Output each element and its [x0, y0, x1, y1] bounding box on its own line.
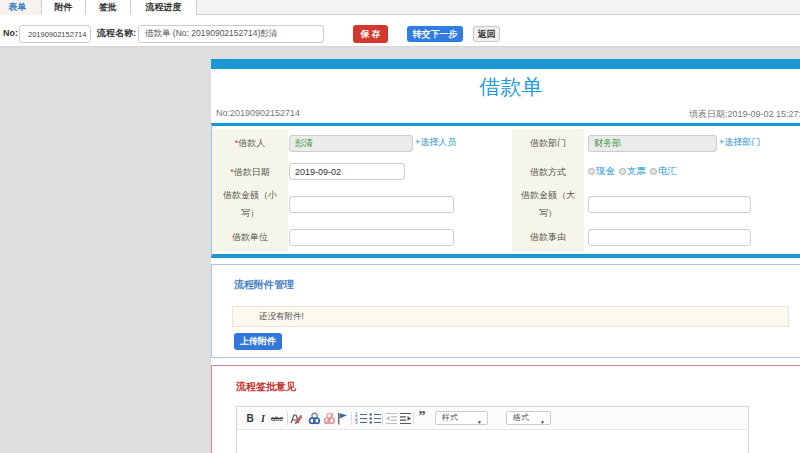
svg-text:3: 3 [355, 420, 358, 425]
